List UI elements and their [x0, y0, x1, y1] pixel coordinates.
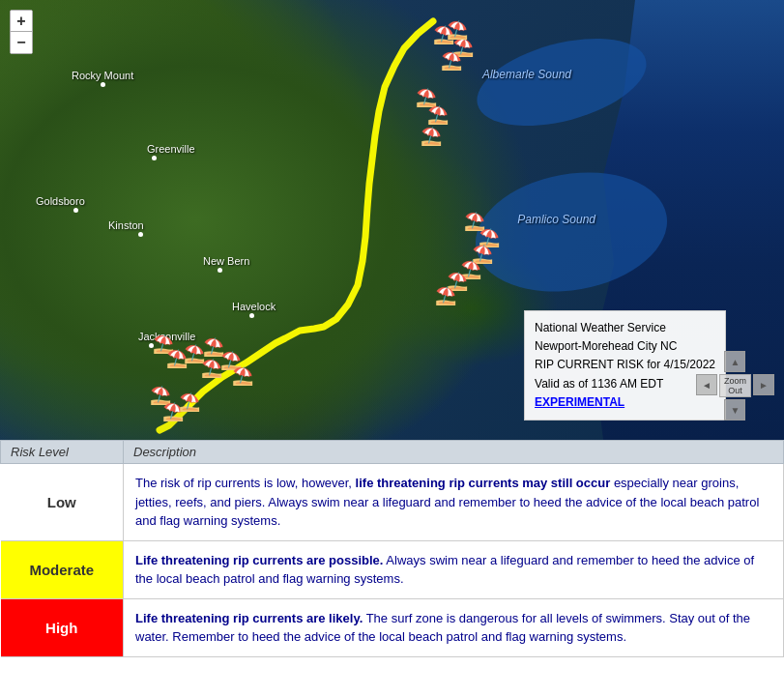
desc-moderate: Life threatening rip currents are possib…	[124, 540, 784, 598]
popup-line4: Valid as of 1136 AM EDT	[535, 375, 715, 393]
umbrella-4: ⛱️	[441, 50, 462, 72]
umbrella-6: ⛱️	[427, 104, 449, 126]
pamlico-sound-label: Pamlico Sound	[517, 213, 595, 226]
city-dot-rocky-mount	[101, 82, 105, 87]
city-label-kinston: Kinston	[108, 219, 144, 231]
umbrella-13: ⛱️	[435, 285, 456, 306]
city-dot-kinston	[138, 232, 143, 237]
legend-table: Risk Level Description Low The risk of r…	[0, 440, 784, 657]
arrow-down[interactable]: ▼	[724, 399, 745, 420]
popup-line1: National Weather Service	[535, 319, 715, 337]
city-dot-new-bern	[218, 268, 222, 273]
legend-row-low: Low The risk of rip currents is low, how…	[1, 464, 784, 541]
zoom-out-label: ZoomOut	[719, 374, 751, 397]
risk-level-low: Low	[1, 464, 124, 541]
desc-high-text: Life threatening rip currents are likely…	[135, 611, 750, 645]
umbrella-17: ⛱️	[201, 358, 222, 379]
umbrella-23: ⛱️	[179, 392, 200, 413]
risk-level-moderate: Moderate	[1, 540, 124, 598]
city-dot-goldsboro	[73, 208, 78, 213]
legend-row-high: High Life threatening rip currents are l…	[1, 598, 784, 656]
arrow-left[interactable]: ◄	[696, 374, 717, 395]
arrow-right[interactable]: ►	[753, 374, 774, 395]
arrow-up[interactable]: ▲	[724, 351, 745, 372]
albemarle-sound-label: Albemarle Sound	[482, 68, 571, 81]
zoom-in-button[interactable]: +	[11, 11, 32, 32]
umbrella-3: ⛱️	[447, 19, 468, 41]
zoom-out-panel[interactable]: ▲ ◄ ZoomOut ► ▼	[696, 351, 774, 420]
zoom-out-button[interactable]: −	[11, 32, 32, 53]
popup-line2: Newport-Morehead City NC	[535, 337, 715, 356]
desc-low-text: The risk of rip currents is low, however…	[135, 476, 759, 528]
desc-low: The risk of rip currents is low, however…	[124, 464, 784, 541]
city-label-greenville: Greenville	[147, 143, 195, 155]
city-label-new-bern: New Bern	[203, 255, 249, 267]
umbrella-7: ⛱️	[421, 126, 442, 147]
risk-level-high: High	[1, 598, 124, 656]
city-dot-greenville	[152, 156, 157, 160]
zoom-controls[interactable]: + −	[10, 10, 33, 54]
city-label-goldsboro: Goldsboro	[36, 195, 85, 207]
umbrella-20: ⛱️	[232, 365, 253, 387]
city-label-havelock: Havelock	[232, 301, 276, 312]
desc-high: Life threatening rip currents are likely…	[124, 598, 784, 656]
city-dot-havelock	[249, 313, 254, 318]
legend-row-moderate: Moderate Life threatening rip currents a…	[1, 540, 784, 598]
legend-header-row: Risk Level Description	[1, 441, 784, 464]
legend-col2-header: Description	[124, 441, 784, 464]
city-label-rocky-mount: Rocky Mount	[72, 70, 133, 81]
map-container: + − Rocky Mount Greenville Goldsboro Kin…	[0, 0, 784, 440]
desc-moderate-text: Life threatening rip currents are possib…	[135, 553, 754, 587]
experimental-link[interactable]: EXPERIMENTAL	[535, 393, 715, 412]
legend-col1-header: Risk Level	[1, 441, 124, 464]
popup-line3: RIP CURRENT RISK for 4/15/2022	[535, 356, 715, 374]
